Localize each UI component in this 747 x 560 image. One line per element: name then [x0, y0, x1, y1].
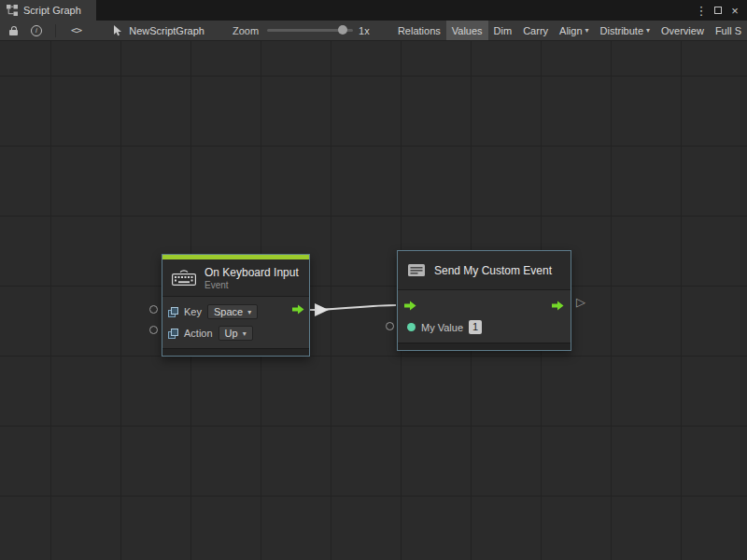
zoom-knob[interactable]	[338, 25, 347, 35]
node-header[interactable]: On Keyboard Input Event	[162, 259, 309, 297]
dim-button[interactable]: Dim	[488, 21, 518, 40]
graph-breadcrumb[interactable]: NewScriptGraph	[113, 25, 204, 36]
key-label: Key	[184, 306, 202, 317]
tab-bar: Script Graph ⋮ ×	[0, 0, 747, 21]
menu-icon[interactable]: ⋮	[693, 0, 710, 21]
zoom-slider[interactable]	[267, 29, 353, 32]
distribute-button[interactable]: Distribute ▾	[595, 21, 655, 40]
node-header[interactable]: Send My Custom Event	[398, 251, 571, 290]
chevron-down-icon: ▾	[646, 26, 650, 35]
value-port-icon[interactable]	[407, 323, 416, 331]
custom-event-icon	[407, 262, 426, 278]
script-graph-icon	[7, 5, 18, 16]
node-title: On Keyboard Input	[204, 266, 299, 279]
my-value-label: My Value	[421, 322, 463, 333]
control-flow-row	[403, 296, 565, 315]
window-controls: ⋮ ×	[693, 0, 747, 21]
info-icon[interactable]: i	[31, 25, 42, 36]
lock-icon[interactable]	[9, 26, 18, 35]
maximize-box	[714, 7, 722, 14]
my-value-row: My Value 1	[403, 317, 565, 337]
carry-button[interactable]: Carry	[517, 21, 554, 40]
chevron-down-icon: ▾	[247, 308, 251, 316]
zoom-level: 1x	[359, 25, 370, 36]
action-value-port[interactable]	[149, 326, 158, 334]
fullscreen-button[interactable]: Full S	[710, 21, 747, 40]
enum-type-icon	[168, 329, 178, 339]
tab-script-graph[interactable]: Script Graph	[0, 0, 96, 21]
toolbar-divider	[55, 24, 56, 37]
node-send-my-custom-event[interactable]: Send My Custom Event My Value 1	[397, 250, 571, 351]
enum-type-icon	[168, 307, 178, 317]
my-value-input[interactable]: 1	[469, 320, 482, 334]
node-body: Key Space ▾ Action Up ▾	[162, 297, 309, 348]
graph-canvas[interactable]: On Keyboard Input Event Key Space ▾	[0, 41, 747, 560]
overview-button[interactable]: Overview	[655, 21, 710, 40]
event-output-port[interactable]: ▷	[576, 296, 585, 308]
chevron-down-icon: ▾	[243, 329, 247, 338]
node-body: My Value 1	[398, 290, 571, 343]
action-dropdown[interactable]: Up ▾	[218, 326, 253, 341]
action-port-row: Action Up ▾	[168, 324, 303, 343]
control-output-port[interactable]	[292, 304, 304, 315]
connection-wire[interactable]	[0, 41, 747, 560]
node-footer	[162, 348, 309, 356]
control-port-icon	[552, 301, 564, 311]
maximize-icon[interactable]	[710, 0, 726, 21]
close-icon[interactable]: ×	[726, 0, 743, 21]
zoom-label: Zoom	[233, 25, 259, 36]
key-value-port[interactable]	[149, 305, 158, 314]
pointer-icon	[113, 25, 123, 36]
node-on-keyboard-input[interactable]: On Keyboard Input Event Key Space ▾	[162, 254, 310, 357]
control-output-port[interactable]	[552, 301, 564, 311]
values-button[interactable]: Values	[446, 21, 488, 40]
my-value-port[interactable]	[386, 322, 394, 330]
control-port-icon	[292, 304, 304, 315]
action-label: Action	[184, 328, 213, 339]
control-input-port[interactable]	[404, 301, 416, 311]
graph-name-label: NewScriptGraph	[129, 25, 204, 36]
relations-button[interactable]: Relations	[392, 21, 446, 40]
node-subtitle: Event	[204, 280, 299, 290]
keyboard-icon	[172, 270, 196, 286]
node-title: Send My Custom Event	[434, 264, 552, 277]
control-port-icon	[404, 301, 416, 311]
graph-toolbar: i <> NewScriptGraph Zoom 1x Relations Va…	[0, 21, 747, 41]
key-dropdown[interactable]: Space ▾	[207, 304, 258, 319]
key-port-row: Key Space ▾	[168, 302, 303, 322]
code-icon[interactable]: <>	[71, 24, 81, 36]
chevron-down-icon: ▾	[585, 26, 589, 35]
toolbar-buttons: Relations Values Dim Carry Align ▾ Distr…	[392, 21, 747, 40]
tab-title: Script Graph	[23, 5, 81, 16]
align-button[interactable]: Align ▾	[554, 21, 594, 40]
node-footer	[398, 343, 571, 350]
